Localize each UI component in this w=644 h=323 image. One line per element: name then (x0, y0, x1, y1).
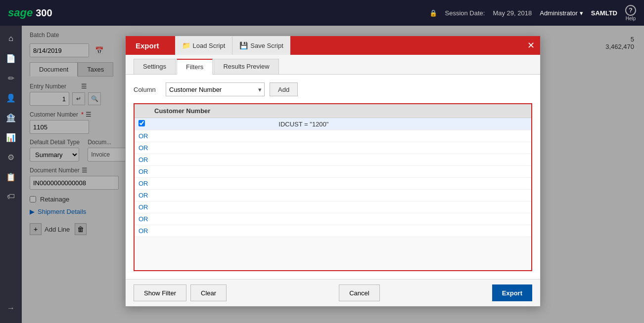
sidebar-item-bank[interactable]: 🏦 (2, 109, 20, 126)
modal-body: Column Customer Number Entry Number Docu… (126, 75, 540, 279)
main-content: Batch Date 📅 Document Taxes Entry Number… (22, 26, 644, 323)
or-link-7[interactable]: OR (138, 203, 148, 211)
column-label: Column (134, 86, 161, 93)
top-nav-right: 🔒 Session Date: May 29, 2018 Administrat… (429, 5, 637, 21)
load-script-label: Load Script (193, 42, 226, 49)
tab-results-preview[interactable]: Results Preview (214, 59, 278, 74)
admin-label: Administrator (540, 9, 578, 17)
save-script-label: Save Script (250, 42, 283, 49)
clear-button[interactable]: Clear (190, 284, 227, 301)
tab-filters[interactable]: Filters (177, 59, 213, 75)
sidebar-item-tag[interactable]: 🏷 (2, 188, 20, 205)
or-row-3: OR (135, 154, 531, 166)
load-script-button[interactable]: 📁 Load Script (175, 36, 232, 55)
or-row-4: OR (135, 166, 531, 178)
modal-header-actions: 📁 Load Script 💾 Save Script (175, 36, 290, 55)
sidebar-item-logout[interactable]: → (2, 299, 20, 317)
or-row-2: OR (135, 142, 531, 154)
or-link-4[interactable]: OR (138, 168, 148, 175)
filter-row-value: IDCUST = "1200" (278, 121, 527, 128)
cancel-button[interactable]: Cancel (339, 284, 379, 301)
sage-logo: sage 300 (8, 6, 52, 19)
sidebar-item-users[interactable]: 👤 (2, 89, 20, 107)
filter-table-container: Customer Number IDCUST = "1200" OR OR (134, 103, 532, 271)
column-select-wrapper: Customer Number Entry Number Document Nu… (166, 82, 265, 96)
export-button[interactable]: Export (492, 284, 532, 301)
session-date-label: Session Date: (445, 9, 485, 17)
or-row-1: OR (135, 130, 531, 142)
tab-settings[interactable]: Settings (134, 59, 176, 74)
modal-title: Export (126, 41, 169, 50)
or-row-9: OR (135, 225, 531, 237)
sage-300: 300 (36, 7, 52, 19)
or-row-6: OR (135, 190, 531, 202)
or-link-5[interactable]: OR (138, 180, 148, 187)
help-icon: ? (625, 5, 636, 16)
modal-footer: Show Filter Clear Cancel Export (126, 279, 540, 306)
lock-icon: 🔒 (429, 9, 437, 17)
session-date-value: May 29, 2018 (493, 9, 532, 17)
or-link-9[interactable]: OR (138, 227, 148, 235)
chevron-down-icon: ▾ (580, 9, 583, 17)
column-selector-row: Column Customer Number Entry Number Docu… (134, 82, 532, 96)
modal-header: Export 📁 Load Script 💾 Save Script ✕ (126, 36, 540, 55)
help-label: Help (626, 16, 636, 21)
sidebar-item-edit[interactable]: ✏ (2, 69, 20, 87)
help-button[interactable]: ? Help (625, 5, 636, 21)
folder-icon: 📁 (182, 41, 190, 49)
sage-brand: sage (8, 6, 33, 19)
filter-value-header (278, 107, 527, 115)
modal-tabs: Settings Filters Results Preview (126, 55, 540, 75)
or-link-1[interactable]: OR (138, 132, 148, 140)
or-row-7: OR (135, 202, 531, 213)
filter-row-checkbox[interactable] (138, 120, 152, 128)
sidebar-item-report[interactable]: 📋 (2, 168, 20, 186)
sidebar-item-chart[interactable]: 📊 (2, 128, 20, 146)
save-icon: 💾 (239, 41, 248, 49)
sidebar-item-settings[interactable]: ⚙ (2, 148, 20, 166)
filter-col-checkbox-header (138, 107, 152, 115)
filter-table-header: Customer Number (135, 104, 531, 118)
left-sidebar: ⌂ 📄 ✏ 👤 🏦 📊 ⚙ 📋 🏷 → (0, 26, 22, 323)
filter-row-selected[interactable]: IDCUST = "1200" (135, 118, 531, 130)
or-link-3[interactable]: OR (138, 156, 148, 163)
export-modal: Export 📁 Load Script 💾 Save Script ✕ Set… (125, 36, 541, 307)
filter-column-header: Customer Number (152, 107, 278, 115)
show-filter-button[interactable]: Show Filter (134, 284, 186, 301)
sidebar-item-document[interactable]: 📄 (2, 49, 20, 67)
top-navigation: sage 300 🔒 Session Date: May 29, 2018 Ad… (0, 0, 644, 26)
modal-overlay: Export 📁 Load Script 💾 Save Script ✕ Set… (22, 26, 644, 323)
or-row-8: OR (135, 213, 531, 225)
or-link-6[interactable]: OR (138, 192, 148, 199)
filter-checkbox[interactable] (138, 120, 145, 126)
or-link-2[interactable]: OR (138, 144, 148, 152)
save-script-button[interactable]: 💾 Save Script (232, 36, 290, 55)
column-select[interactable]: Customer Number Entry Number Document Nu… (166, 82, 265, 96)
or-link-8[interactable]: OR (138, 215, 148, 223)
admin-button[interactable]: Administrator ▾ (540, 9, 583, 17)
company-label: SAMLTD (591, 9, 617, 17)
add-filter-button[interactable]: Add (270, 82, 298, 96)
or-row-5: OR (135, 178, 531, 190)
modal-close-button[interactable]: ✕ (521, 36, 540, 55)
sidebar-item-home[interactable]: ⌂ (2, 30, 20, 47)
